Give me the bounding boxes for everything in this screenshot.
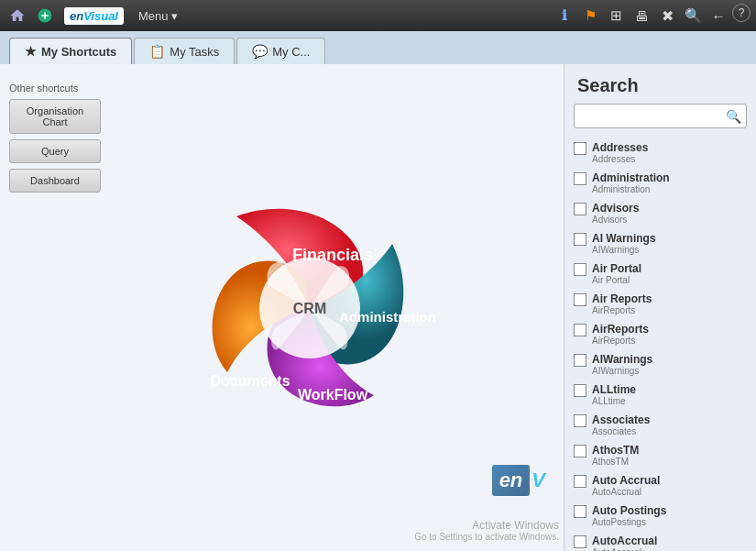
search-item-checkbox[interactable]	[574, 203, 586, 215]
search-item-name: AutoAccrual	[592, 534, 657, 547]
flag-icon[interactable]: ⚑	[578, 4, 602, 28]
shortcuts-tab-label: My Shortcuts	[41, 45, 116, 59]
search-list-item[interactable]: Air Portal Air Portal	[568, 259, 752, 289]
search-item-sub: Administration	[592, 184, 670, 194]
print-icon[interactable]: 🖶	[630, 4, 653, 28]
search-item-name: Associates	[592, 413, 650, 426]
search-list-item[interactable]: ALLtime ALLtime	[568, 380, 752, 410]
search-item-name: Advisors	[592, 202, 639, 215]
home-icon[interactable]	[5, 4, 29, 28]
search-item-name: Air Portal	[592, 262, 641, 275]
search-item-sub: Associates	[592, 426, 650, 436]
search-icon[interactable]: 🔍	[681, 4, 705, 28]
env-watermark: en V	[492, 465, 545, 496]
search-list-item[interactable]: AirReports AirReports	[568, 319, 752, 349]
query-button[interactable]: Query	[9, 139, 101, 163]
search-list-item[interactable]: Auto Postings AutoPostings	[568, 501, 752, 531]
documents-label: Documents	[211, 373, 290, 389]
info-icon[interactable]: ℹ	[553, 4, 576, 28]
search-item-checkbox[interactable]	[574, 354, 586, 367]
settings-icon[interactable]: ✖	[655, 4, 679, 28]
search-item-checkbox[interactable]	[574, 445, 586, 457]
search-item-checkbox[interactable]	[574, 505, 586, 518]
search-item-checkbox[interactable]	[574, 233, 586, 246]
pinwheel-svg: Financials Administration WorkFlow Docum…	[154, 152, 466, 464]
search-item-checkbox[interactable]	[574, 293, 586, 306]
search-item-sub: AIWarnings	[592, 245, 656, 255]
shortcuts-tab-icon: ★	[25, 44, 37, 59]
other-shortcuts-panel: Other shortcuts Organisation Chart Query…	[9, 83, 101, 198]
search-item-sub: AirReports	[592, 305, 652, 315]
tab-tasks[interactable]: 📋 My Tasks	[134, 38, 235, 64]
search-item-name: ALLtime	[592, 383, 636, 396]
activate-windows-watermark: Activate Windows Go to Settings to activ…	[414, 519, 559, 542]
search-results-list: Addresses Addresses Administration Admin…	[564, 138, 756, 551]
search-item-checkbox[interactable]	[574, 475, 586, 488]
search-list-item[interactable]: Administration Administration	[568, 168, 752, 198]
search-item-sub: AutoPostings	[592, 517, 666, 527]
add-icon[interactable]	[33, 4, 57, 28]
search-item-name: Administration	[592, 171, 670, 184]
search-input[interactable]	[574, 104, 747, 128]
org-chart-button[interactable]: Organisation Chart	[9, 99, 101, 134]
dashboard-button[interactable]: Dashboard	[9, 169, 101, 193]
search-list-item[interactable]: Advisors Advisors	[568, 198, 752, 228]
left-panel: Other shortcuts Organisation Chart Query…	[0, 64, 564, 551]
search-item-sub: AIWarnings	[592, 366, 652, 376]
search-item-checkbox[interactable]	[574, 414, 586, 427]
menu-button[interactable]: Menu ▾	[131, 6, 185, 26]
search-item-checkbox[interactable]	[574, 172, 586, 185]
app-logo: enVisual	[64, 7, 124, 25]
search-item-sub: AirReports	[592, 336, 649, 346]
env-logo-cyan: V	[531, 468, 545, 492]
back-icon[interactable]: ←	[707, 4, 730, 28]
search-item-checkbox[interactable]	[574, 535, 586, 548]
search-list-item[interactable]: AI Warnings AIWarnings	[568, 228, 752, 259]
search-item-sub: AthosTM	[592, 457, 639, 467]
search-list-item[interactable]: Associates Associates	[568, 410, 752, 440]
tabs-bar: ★ My Shortcuts 📋 My Tasks 💬 My C...	[0, 31, 756, 64]
toolbar: enVisual Menu ▾ ℹ ⚑ ⊞ 🖶 ✖ 🔍 ← ?	[0, 0, 756, 31]
chat-tab-icon: 💬	[252, 44, 268, 59]
search-item-name: Air Reports	[592, 292, 652, 305]
bookmark-icon[interactable]: ⊞	[604, 4, 628, 28]
search-list-item[interactable]: AIWarnings AIWarnings	[568, 349, 752, 380]
search-lens-icon: 🔍	[726, 109, 741, 124]
search-list-item[interactable]: Auto Accrual AutoAccrual	[568, 470, 752, 501]
search-item-checkbox[interactable]	[574, 384, 586, 397]
search-item-name: AI Warnings	[592, 232, 656, 245]
search-list-item[interactable]: Addresses Addresses	[568, 138, 752, 168]
help-icon[interactable]: ?	[732, 4, 751, 22]
search-item-name: AirReports	[592, 323, 649, 336]
crm-label: CRM	[293, 301, 326, 316]
tasks-tab-icon: 📋	[149, 44, 165, 59]
search-item-checkbox[interactable]	[574, 324, 586, 336]
search-item-checkbox[interactable]	[574, 263, 586, 276]
tab-shortcuts[interactable]: ★ My Shortcuts	[9, 38, 132, 64]
other-shortcuts-label: Other shortcuts	[9, 83, 101, 94]
search-title: Search	[564, 64, 756, 104]
search-item-sub: AutoAccrual	[592, 487, 660, 497]
search-panel: Search 🔍 Addresses Addresses Administrat…	[564, 64, 756, 551]
search-list-item[interactable]: Air Reports AirReports	[568, 289, 752, 319]
search-item-sub: Air Portal	[592, 275, 641, 285]
search-item-name: AIWarnings	[592, 353, 652, 366]
financials-label: Financials	[292, 246, 373, 264]
search-item-sub: Addresses	[592, 154, 648, 164]
activate-line2: Go to Settings to activate Windows.	[414, 532, 559, 542]
search-item-sub: AutoAccrual	[592, 547, 657, 551]
search-list-item[interactable]: AthosTM AthosTM	[568, 440, 752, 470]
administration-label: Administration	[339, 309, 436, 325]
tab-chat[interactable]: 💬 My C...	[236, 38, 325, 64]
search-item-name: AthosTM	[592, 444, 639, 457]
activate-line1: Activate Windows	[414, 519, 559, 532]
search-item-sub: Advisors	[592, 215, 639, 225]
search-item-sub: ALLtime	[592, 396, 636, 406]
env-logo-blue: en	[492, 465, 531, 496]
search-list-item[interactable]: AutoAccrual AutoAccrual	[568, 531, 752, 551]
pinwheel-chart: Financials Administration WorkFlow Docum…	[154, 152, 466, 464]
search-item-name: Auto Postings	[592, 504, 666, 517]
tasks-tab-label: My Tasks	[170, 45, 219, 59]
toolbar-right-icons: ℹ ⚑ ⊞ 🖶 ✖ 🔍 ← ?	[553, 4, 751, 28]
search-item-checkbox[interactable]	[574, 142, 586, 155]
